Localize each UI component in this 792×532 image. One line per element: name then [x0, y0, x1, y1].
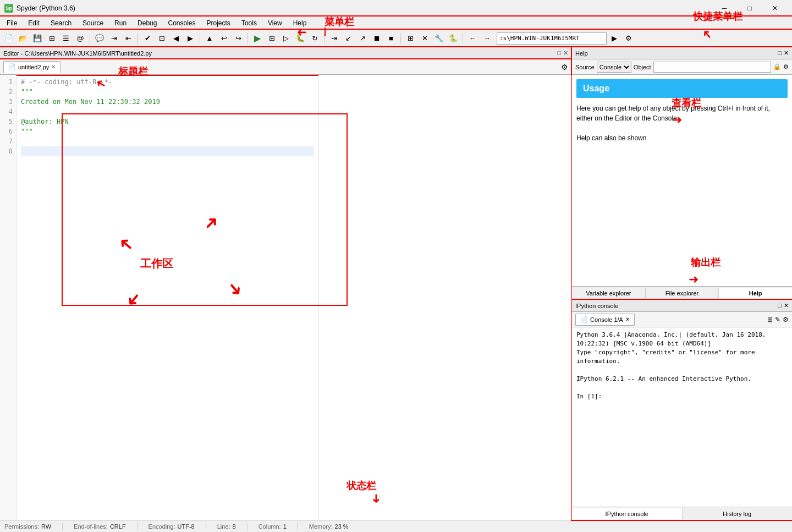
console-tab-icon: 📄: [580, 316, 588, 323]
open-file-button[interactable]: 📂: [16, 32, 30, 45]
menu-file[interactable]: File: [2, 18, 21, 28]
menu-edit[interactable]: Edit: [24, 18, 44, 28]
debug-into-button[interactable]: ↙: [342, 32, 355, 45]
col-value: 1: [283, 523, 287, 530]
run-next-button[interactable]: ↪: [232, 32, 245, 45]
editor-close-button[interactable]: ✕: [563, 50, 568, 57]
help-title: Help: [575, 50, 588, 57]
next-button[interactable]: ▶: [184, 32, 197, 45]
toolbar-separator-6: [400, 33, 401, 44]
console-content[interactable]: Python 3.6.4 |Anaconda, Inc.| (default, …: [572, 327, 792, 507]
run-cell-button[interactable]: ⊞: [265, 32, 278, 45]
menu-help[interactable]: Help: [289, 18, 311, 28]
console-ctrl-1[interactable]: ⊞: [767, 316, 773, 323]
console-float-button[interactable]: □: [778, 302, 782, 309]
console-tab-1[interactable]: 📄 Console 1/A ✕: [575, 314, 635, 326]
continue-button[interactable]: ↻: [308, 32, 321, 45]
debug-stop-button[interactable]: ⏹: [370, 32, 383, 45]
editor-controls: □ ✕: [557, 50, 568, 57]
permissions-label: Permissions:: [4, 523, 39, 530]
editor-tab-close[interactable]: ✕: [51, 64, 56, 70]
minimize-button[interactable]: ─: [712, 0, 737, 17]
console-ctrl-2[interactable]: ✎: [775, 316, 780, 323]
help-object-label: Object: [634, 64, 651, 70]
menu-projects[interactable]: Projects: [202, 18, 235, 28]
col-item: Column: 1: [258, 523, 287, 530]
help-panel: Help □ ✕ Source Console Editor Object 🔒: [572, 47, 792, 300]
debug-out-button[interactable]: ↗: [356, 32, 369, 45]
maximize-button[interactable]: □: [737, 0, 762, 17]
help-float-button[interactable]: □: [778, 50, 782, 57]
col-label: Column:: [258, 523, 281, 530]
help-object-input[interactable]: [653, 62, 771, 73]
print-button[interactable]: ☰: [59, 32, 73, 45]
menu-source[interactable]: Source: [78, 18, 108, 28]
comment-button[interactable]: 💬: [93, 32, 106, 45]
help-usage-title: Usage: [583, 84, 609, 93]
close-button[interactable]: ✕: [762, 0, 788, 17]
menu-search[interactable]: Search: [46, 18, 76, 28]
help-text-body: Here you can get help of any object by p…: [576, 105, 770, 122]
forward-button[interactable]: →: [480, 32, 493, 45]
console-close-button[interactable]: ✕: [784, 302, 789, 309]
run-prev-button[interactable]: ↩: [217, 32, 230, 45]
help-close-button[interactable]: ✕: [784, 50, 789, 57]
menu-consoles[interactable]: Consoles: [163, 18, 200, 28]
code-line-1: # -*- coding: utf-8 -*-: [21, 77, 314, 87]
help-source-select[interactable]: Console Editor: [597, 62, 631, 73]
tools-button[interactable]: ✕: [418, 32, 431, 45]
menu-view[interactable]: View: [263, 18, 287, 28]
console-settings-icon[interactable]: ⚙: [783, 316, 789, 323]
editor-left-pane[interactable]: # -*- coding: utf-8 -*- """ Created on M…: [16, 75, 319, 520]
wrench-button[interactable]: 🔧: [432, 32, 446, 45]
run-button[interactable]: ▶: [251, 32, 264, 45]
editor-tab-name: untitled2.py: [18, 64, 49, 70]
tab-history-log[interactable]: History log: [683, 508, 793, 519]
editor-panel: Editor - C:\Users\HPN.WIN-JUK1M6I5MRT\un…: [0, 47, 572, 520]
path-go-button[interactable]: ▶: [608, 32, 621, 45]
editor-titlebar: Editor - C:\Users\HPN.WIN-JUK1M6I5MRT\un…: [0, 47, 571, 59]
back-button[interactable]: ←: [466, 32, 479, 45]
save-file-button[interactable]: 💾: [31, 32, 44, 45]
path-value: :s\HPN.WIN-JUK1M6I5MRT: [499, 35, 580, 42]
app-icon: Sp: [4, 4, 13, 13]
line-num-5: 5: [0, 117, 13, 127]
indent-button[interactable]: ⇥: [107, 32, 120, 45]
tab-ipython-console[interactable]: IPython console: [572, 508, 683, 519]
run-up-button[interactable]: ▲: [203, 32, 216, 45]
debug-stop2-button[interactable]: ■: [384, 32, 398, 45]
editor-float-button[interactable]: □: [557, 50, 561, 57]
help-usage-text: Here you can get help of any object by p…: [576, 103, 788, 143]
find-button[interactable]: ⊞: [404, 32, 417, 45]
help-lock-icon[interactable]: 🔒: [773, 63, 781, 70]
editor-tab-untitled2[interactable]: 📄 untitled2.py ✕: [3, 61, 61, 73]
menu-tools[interactable]: Tools: [237, 18, 261, 28]
unindent-button[interactable]: ⇤: [122, 32, 135, 45]
console-tab-name: Console 1/A: [590, 316, 623, 323]
prev-button[interactable]: ◀: [169, 32, 183, 45]
console-tab-close[interactable]: ✕: [625, 316, 630, 322]
help-usage-box: Usage: [576, 79, 788, 98]
save-all-button[interactable]: ⊞: [45, 32, 58, 45]
menu-debug[interactable]: Debug: [133, 18, 161, 28]
console-line-2: 10:22:32) [MSC v.1900 64 bit (AMD64)]: [576, 339, 788, 348]
toolbar-separator-3: [200, 33, 200, 44]
debug-button[interactable]: 🐛: [294, 32, 307, 45]
path-settings-button[interactable]: ⚙: [622, 32, 635, 45]
line-numbers: 1 2 3 4 5 6 7 8: [0, 75, 16, 520]
tab-file-explorer[interactable]: File explorer: [646, 288, 719, 299]
help-settings-icon[interactable]: ⚙: [783, 63, 789, 70]
config-button[interactable]: @: [74, 32, 87, 45]
todo2-button[interactable]: ⊡: [155, 32, 168, 45]
todo-button[interactable]: ✔: [141, 32, 154, 45]
debug-step-button[interactable]: ⇥: [327, 32, 340, 45]
tab-help[interactable]: Help: [719, 288, 792, 299]
help-content: Usage Here you can get help of any objec…: [572, 75, 792, 286]
run-selection-button[interactable]: ▷: [279, 32, 293, 45]
python-button[interactable]: 🐍: [447, 32, 460, 45]
encoding-value: UTF-8: [178, 523, 195, 530]
menu-run[interactable]: Run: [110, 18, 131, 28]
new-file-button[interactable]: 📄: [2, 32, 15, 45]
tab-variable-explorer[interactable]: Variable explorer: [572, 288, 646, 299]
editor-gear-icon[interactable]: ⚙: [561, 63, 568, 72]
